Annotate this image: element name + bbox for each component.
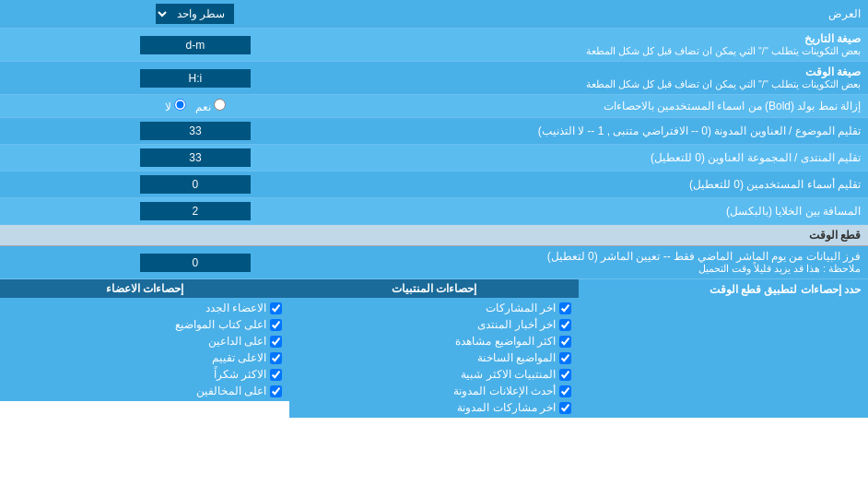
stats-section-row: حدد إحصاءات لتطبيق قطع الوقت إحصاءات الم… — [0, 279, 868, 419]
date-format-label: صيغة التاريخ بعض التكوينات يتطلب "/" الت… — [391, 29, 868, 62]
date-format-value: d-m — [0, 29, 391, 62]
username-trim-row: تقليم أسماء المستخدمين (0 للتعطيل) — [0, 172, 868, 198]
display-label-text: العرض — [828, 7, 861, 20]
forum-trim-label-text: تقليم المنتدى / المجموعة العناوين (0 للت… — [398, 151, 861, 164]
username-trim-value — [0, 172, 391, 198]
time-format-input[interactable]: H:i — [140, 69, 251, 88]
cell-spacing-row: المسافة بين الخلايا (بالبكسل) — [0, 198, 868, 225]
participation-item-5: أحدث الإعلانات المدونة — [293, 383, 575, 399]
time-cut-label-line2: ملاحظة : هذا قد يزيد قليلاً وقت التحميل — [398, 263, 861, 275]
col-members-header: إحصاءات الاعضاء — [0, 279, 289, 298]
bold-yes-label: نعم — [195, 99, 226, 113]
time-format-label: صيغة الوقت بعض التكوينات يتطلب "/" التي … — [391, 62, 868, 95]
col-participations-header: إحصاءات المنتبيات — [289, 279, 579, 298]
member-check-0[interactable] — [270, 302, 282, 314]
participation-item-3: المواضيع الساخنة — [293, 349, 575, 366]
col-participations-container: إحصاءات المنتبيات اخر المشاركات اخر أخبا… — [289, 279, 579, 418]
participation-item-0: اخر المشاركات — [293, 300, 575, 316]
col-participations-list: اخر المشاركات اخر أخبار المنتدى اكثر الم… — [289, 298, 579, 418]
member-item-2: اعلى الداعين — [4, 333, 286, 349]
title-trim-label-text: تقليم الموضوع / العناوين المدونة (0 -- ا… — [398, 124, 861, 137]
time-cut-header-row: قطع الوقت — [0, 225, 868, 246]
bold-label-text: إزالة نمط بولد (Bold) من اسماء المستخدمي… — [398, 100, 861, 112]
time-cut-header-text: قطع الوقت — [809, 229, 861, 242]
time-cut-input[interactable] — [140, 254, 251, 272]
participation-item-4: المنتبيات الاكثر شبية — [293, 366, 575, 383]
participation-check-1[interactable] — [559, 319, 571, 331]
bold-no-label: لا — [165, 99, 186, 113]
forum-trim-row: تقليم المنتدى / المجموعة العناوين (0 للت… — [0, 145, 868, 172]
cell-spacing-input[interactable] — [140, 202, 251, 220]
date-format-row: صيغة التاريخ بعض التكوينات يتطلب "/" الت… — [0, 29, 868, 62]
member-check-4[interactable] — [270, 369, 282, 381]
time-cut-value — [0, 246, 391, 279]
bold-value: نعم لا — [0, 95, 391, 118]
cell-spacing-value — [0, 198, 391, 225]
time-cut-row: فرز البيانات من يوم الماشر الماضي فقط --… — [0, 246, 868, 279]
participation-check-5[interactable] — [559, 385, 571, 397]
forum-trim-input[interactable] — [140, 148, 251, 167]
time-format-value: H:i — [0, 62, 391, 95]
participation-item-2: اكثر المواضيع مشاهدة — [293, 333, 575, 349]
stats-table: حدد إحصاءات لتطبيق قطع الوقت إحصاءات الم… — [0, 279, 868, 418]
stats-apply-header: حدد إحصاءات لتطبيق قطع الوقت — [579, 279, 868, 418]
col-members-container: إحصاءات الاعضاء الاعضاء الجدد اعلى كتاب … — [0, 279, 289, 418]
username-trim-label: تقليم أسماء المستخدمين (0 للتعطيل) — [391, 172, 868, 198]
date-format-label-line2: بعض التكوينات يتطلب "/" التي يمكن ان تضا… — [398, 45, 861, 57]
display-select[interactable]: سطر واحد سطرين ثلاثة أسطر — [156, 4, 234, 24]
participation-check-6[interactable] — [559, 402, 571, 414]
time-format-label-line2: بعض التكوينات يتطلب "/" التي يمكن ان تضا… — [398, 78, 861, 90]
stats-header-row: حدد إحصاءات لتطبيق قطع الوقت إحصاءات الم… — [0, 279, 868, 418]
member-check-3[interactable] — [270, 352, 282, 364]
member-item-0: الاعضاء الجدد — [4, 300, 286, 316]
participation-check-4[interactable] — [559, 369, 571, 381]
col-members-list: الاعضاء الجدد اعلى كتاب المواضيع اعلى ال… — [0, 298, 289, 401]
bold-row: إزالة نمط بولد (Bold) من اسماء المستخدمي… — [0, 95, 868, 118]
member-item-4: الاكثر شكراً — [4, 366, 286, 383]
participation-check-3[interactable] — [559, 352, 571, 364]
member-check-1[interactable] — [270, 319, 282, 331]
member-item-3: الاعلى تقييم — [4, 349, 286, 366]
member-check-5[interactable] — [270, 385, 282, 397]
participation-check-2[interactable] — [559, 336, 571, 348]
title-trim-value — [0, 118, 391, 145]
title-trim-input[interactable] — [140, 122, 251, 140]
time-format-row: صيغة الوقت بعض التكوينات يتطلب "/" التي … — [0, 62, 868, 95]
title-trim-row: تقليم الموضوع / العناوين المدونة (0 -- ا… — [0, 118, 868, 145]
display-value: سطر واحد سطرين ثلاثة أسطر — [0, 0, 391, 29]
time-cut-label-line1: فرز البيانات من يوم الماشر الماضي فقط --… — [398, 250, 861, 263]
username-trim-label-text: تقليم أسماء المستخدمين (0 للتعطيل) — [398, 178, 861, 191]
forum-trim-label: تقليم المنتدى / المجموعة العناوين (0 للت… — [391, 145, 868, 172]
member-item-1: اعلى كتاب المواضيع — [4, 316, 286, 333]
member-check-2[interactable] — [270, 336, 282, 348]
participation-item-6: اخر مشاركات المدونة — [293, 399, 575, 416]
date-format-input[interactable]: d-m — [140, 36, 251, 54]
cell-spacing-label: المسافة بين الخلايا (بالبكسل) — [391, 198, 868, 225]
stats-section: حدد إحصاءات لتطبيق قطع الوقت إحصاءات الم… — [0, 279, 868, 419]
bold-yes-radio[interactable] — [214, 99, 226, 111]
participation-check-0[interactable] — [559, 302, 571, 314]
cell-spacing-label-text: المسافة بين الخلايا (بالبكسل) — [398, 205, 861, 218]
date-format-label-line1: صيغة التاريخ — [398, 32, 861, 45]
username-trim-input[interactable] — [140, 175, 251, 194]
time-cut-section-header: قطع الوقت — [0, 225, 868, 246]
member-item-5: اعلى المخالفين — [4, 383, 286, 399]
display-label: العرض — [391, 0, 868, 29]
bold-label: إزالة نمط بولد (Bold) من اسماء المستخدمي… — [391, 95, 868, 118]
forum-trim-value — [0, 145, 391, 172]
title-trim-label: تقليم الموضوع / العناوين المدونة (0 -- ا… — [391, 118, 868, 145]
bold-no-radio[interactable] — [174, 99, 186, 111]
participation-item-1: اخر أخبار المنتدى — [293, 316, 575, 333]
display-header-row: العرض سطر واحد سطرين ثلاثة أسطر — [0, 0, 868, 29]
time-format-label-line1: صيغة الوقت — [398, 65, 861, 78]
time-cut-label: فرز البيانات من يوم الماشر الماضي فقط --… — [391, 246, 868, 279]
